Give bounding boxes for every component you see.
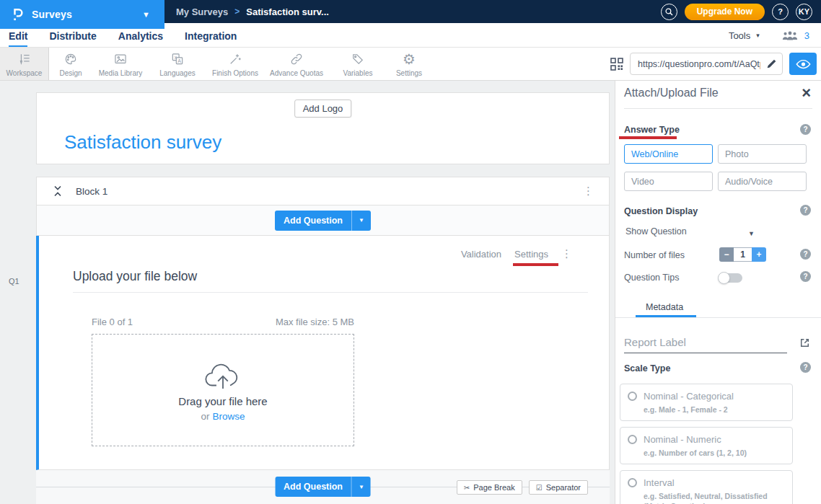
question-tips-toggle[interactable] xyxy=(719,273,742,283)
question-card: Validation Settings ⋮ Upload your file b… xyxy=(36,236,610,470)
answer-type-help-icon[interactable]: ? xyxy=(800,124,811,135)
question-text-divider xyxy=(73,292,588,293)
product-name: Surveys xyxy=(32,9,72,20)
toolbar-item-design[interactable]: Design xyxy=(49,48,92,80)
add-question-label: Add Question xyxy=(275,477,351,497)
increment-button[interactable]: + xyxy=(752,247,766,262)
search-button[interactable] xyxy=(661,4,677,20)
browse-link[interactable]: Browse xyxy=(212,411,245,422)
file-dropzone[interactable]: Drag your file here or Browse xyxy=(92,334,354,446)
question-tab-settings[interactable]: Settings xyxy=(514,249,548,260)
chevron-down-icon[interactable]: ▼ xyxy=(351,477,371,497)
tab-edit[interactable]: Edit xyxy=(9,30,27,47)
add-question-button-bottom[interactable]: Add Question ▼ xyxy=(275,477,371,497)
tag-icon xyxy=(350,51,366,68)
metadata-divider xyxy=(615,317,821,318)
qr-code-icon[interactable] xyxy=(610,58,623,71)
answer-type-options: Web/Online Photo Video Audio/Voice xyxy=(624,144,807,191)
answer-type-label: Answer Type xyxy=(624,125,680,135)
tab-metadata[interactable]: Metadata xyxy=(646,302,683,312)
question-tab-validation[interactable]: Validation xyxy=(461,249,501,260)
breadcrumb-chevron-icon: > xyxy=(234,6,240,17)
close-icon[interactable]: × xyxy=(802,87,811,100)
edit-pencil-icon[interactable] xyxy=(765,58,778,70)
separator-label: Separator xyxy=(546,483,581,492)
page-break-button[interactable]: ✂ Page Break xyxy=(457,480,522,495)
block-menu-kebab-icon[interactable]: ⋮ xyxy=(583,185,594,198)
scale-option-nominal-numeric[interactable]: Nominal - Numeric e.g. Number of cars (1… xyxy=(620,427,793,464)
question-settings-panel: Attach/Upload File × Answer Type ? Web/O… xyxy=(615,81,821,504)
help-button[interactable]: ? xyxy=(772,4,789,20)
radio-icon[interactable] xyxy=(628,478,637,487)
breadcrumb-my-surveys[interactable]: My Surveys xyxy=(176,6,228,17)
scale-option-interval[interactable]: Interval e.g. Satisfied, Neutral, Dissat… xyxy=(620,470,793,504)
tab-integration[interactable]: Integration xyxy=(185,30,237,47)
separator-button[interactable]: ☑ Separator xyxy=(529,480,588,495)
question-tips-help-icon[interactable]: ? xyxy=(800,271,811,282)
show-question-dropdown[interactable]: Show Question xyxy=(625,226,687,236)
upgrade-now-button[interactable]: Upgrade Now xyxy=(685,4,765,20)
toolbar-item-workspace[interactable]: Workspace xyxy=(0,48,49,80)
tab-analytics[interactable]: Analytics xyxy=(118,30,163,47)
file-counter: File 0 of 1 xyxy=(92,317,133,327)
scale-option-nominal-categorical[interactable]: Nominal - Categorical e.g. Male - 1, Fem… xyxy=(620,384,793,421)
drop-hint: Drag your file here xyxy=(178,395,267,407)
scale-type-options: Nominal - Categorical e.g. Male - 1, Fem… xyxy=(620,384,793,504)
answer-type-video[interactable]: Video xyxy=(624,172,713,191)
number-of-files-value[interactable]: 1 xyxy=(734,247,752,262)
report-label-input[interactable] xyxy=(624,335,787,353)
toolbar-item-label: Languages xyxy=(159,69,196,77)
decrement-button[interactable]: − xyxy=(719,247,734,262)
toolbar-item-label: Workspace xyxy=(6,69,43,77)
tab-distribute[interactable]: Distribute xyxy=(49,30,96,47)
scale-type-help-icon[interactable]: ? xyxy=(800,362,811,373)
page-break-label: Page Break xyxy=(473,483,514,492)
survey-nav-tabs: Edit Distribute Analytics Integration xyxy=(9,30,237,47)
answer-type-photo[interactable]: Photo xyxy=(718,144,807,164)
toolbar-item-finish-options[interactable]: Finish Options xyxy=(206,48,264,80)
toolbar-item-advance-quotas[interactable]: Advance Quotas xyxy=(264,48,329,80)
toolbar-item-settings[interactable]: ⚙ Settings xyxy=(387,48,431,80)
avatar[interactable]: KY xyxy=(796,4,812,20)
radio-icon[interactable] xyxy=(628,392,637,401)
survey-title[interactable]: Satisfaction survey xyxy=(64,131,221,154)
breadcrumb-current-survey: Satisfaction surv... xyxy=(246,6,329,17)
toolbar-item-variables[interactable]: Variables xyxy=(329,48,387,80)
question-display-help-icon[interactable]: ? xyxy=(800,205,811,216)
answer-type-web-online[interactable]: Web/Online xyxy=(624,144,713,164)
checkbox-icon: ☑ xyxy=(536,484,543,492)
add-question-button[interactable]: Add Question ▼ xyxy=(275,211,371,231)
cloud-upload-icon xyxy=(202,358,244,392)
collaborators-button[interactable]: 3 xyxy=(781,30,809,41)
toolbar-item-media-library[interactable]: Media Library xyxy=(92,48,149,80)
expand-icon[interactable] xyxy=(799,337,811,349)
breadcrumb: My Surveys > Satisfaction surv... xyxy=(176,0,329,23)
chevron-down-icon[interactable]: ▼ xyxy=(351,211,371,231)
number-of-files-help-icon[interactable]: ? xyxy=(800,249,811,260)
question-tips-label: Question Tips xyxy=(624,273,679,283)
toolbar-item-label: Advance Quotas xyxy=(270,69,323,77)
tools-menu[interactable]: Tools ▾ xyxy=(729,30,760,41)
answer-type-audio-voice[interactable]: Audio/Voice xyxy=(718,172,807,191)
preview-button[interactable] xyxy=(789,53,817,75)
question-menu-kebab-icon[interactable]: ⋮ xyxy=(561,247,573,260)
search-icon xyxy=(664,7,674,17)
add-logo-button[interactable]: Add Logo xyxy=(294,100,352,118)
magic-wand-icon xyxy=(227,51,243,68)
product-switcher[interactable]: Surveys ▼ xyxy=(0,0,164,29)
annotation-underline-answer-type xyxy=(619,136,677,139)
chevron-down-icon: ▼ xyxy=(748,230,755,237)
panel-title: Attach/Upload File xyxy=(624,87,719,100)
block-card: Block 1 ⋮ Add Question ▼ Validation Sett… xyxy=(36,177,610,504)
radio-icon[interactable] xyxy=(628,435,637,444)
question-text[interactable]: Upload your file below xyxy=(73,269,197,284)
survey-canvas: Q1 Add Logo Satisfaction survey Block 1 … xyxy=(0,81,615,504)
survey-url-input[interactable] xyxy=(630,53,783,75)
toolbar-item-languages[interactable]: x A Languages xyxy=(149,48,206,80)
collapse-block-icon[interactable] xyxy=(53,185,63,198)
workspace-icon xyxy=(17,51,32,68)
block-title[interactable]: Block 1 xyxy=(76,186,107,197)
block-header: Block 1 ⋮ xyxy=(36,177,610,205)
chevron-down-icon: ▾ xyxy=(756,32,760,39)
svg-text:A: A xyxy=(177,58,181,64)
